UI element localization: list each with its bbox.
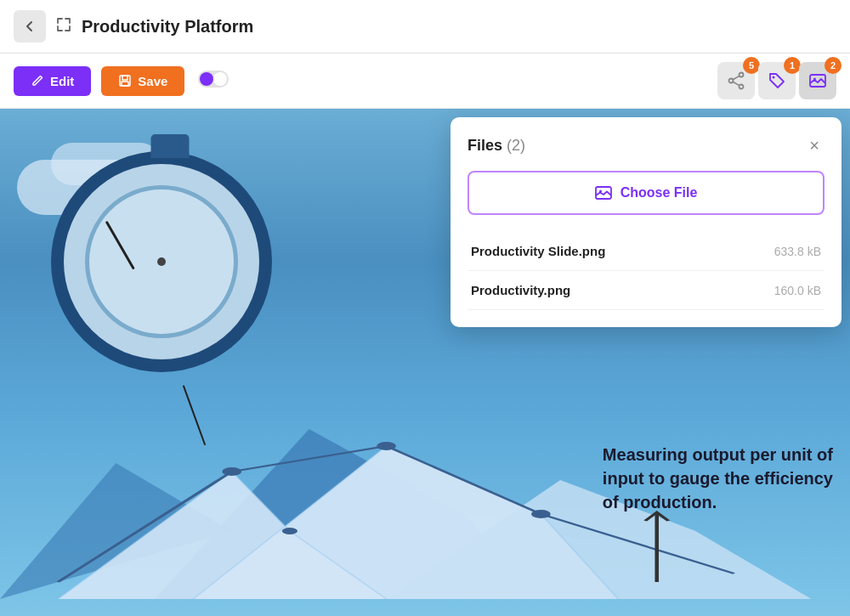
svg-point-11 — [773, 76, 775, 79]
app-container: Productivity Platform Edit Save — [0, 0, 850, 616]
choose-file-button[interactable]: Choose File — [468, 171, 824, 215]
image-button[interactable]: 2 — [799, 62, 836, 99]
close-button[interactable]: × — [804, 134, 824, 157]
file-name-2: Productivity.png — [471, 283, 570, 297]
toolbar-right: 5 1 2 — [717, 62, 836, 99]
clock-knob — [151, 134, 190, 158]
image-badge: 2 — [824, 57, 842, 74]
svg-point-22 — [282, 528, 298, 534]
edit-button[interactable]: Edit — [14, 66, 91, 96]
share-badge: 5 — [743, 57, 760, 74]
tag-badge: 1 — [784, 57, 801, 74]
clock-center — [157, 257, 166, 266]
svg-point-7 — [740, 85, 744, 89]
svg-point-4 — [200, 72, 213, 86]
slide-text-area: Measuring output per unit of input to ga… — [603, 443, 833, 514]
clock-hour-hand — [105, 221, 135, 270]
svg-rect-1 — [122, 76, 128, 80]
svg-line-10 — [733, 82, 740, 85]
tag-button[interactable]: 1 — [758, 62, 796, 99]
file-item-2: Productivity.png 160.0 kB — [468, 271, 824, 310]
svg-rect-2 — [122, 82, 128, 86]
save-button[interactable]: Save — [101, 66, 184, 96]
files-popup: Files (2) × Choose File Productivity Sli… — [450, 117, 842, 327]
clock-inner — [85, 185, 238, 338]
svg-point-5 — [213, 72, 227, 86]
file-size-1: 633.8 kB — [774, 245, 821, 258]
toggle-icon[interactable] — [198, 69, 229, 93]
svg-point-8 — [729, 79, 734, 83]
clock-face — [64, 164, 259, 359]
clock-outer — [51, 151, 272, 372]
file-size-2: 160.0 kB — [774, 284, 821, 297]
edit-icon — [31, 74, 44, 88]
svg-line-9 — [733, 76, 740, 79]
file-list: Productivity Slide.png 633.8 kB Producti… — [468, 232, 824, 310]
save-icon — [118, 74, 132, 88]
popup-header: Files (2) × — [468, 134, 824, 157]
image-icon — [808, 71, 827, 90]
share-icon — [727, 71, 745, 90]
expand-icon[interactable] — [56, 17, 71, 37]
popup-title: Files (2) — [468, 137, 525, 155]
image-add-icon — [595, 184, 612, 201]
toolbar: Edit Save — [0, 54, 850, 109]
svg-point-6 — [740, 73, 744, 77]
share-button[interactable]: 5 — [717, 62, 755, 99]
back-button[interactable] — [14, 10, 46, 42]
main-content: Measuring output per unit of input to ga… — [0, 109, 850, 616]
page-title: Productivity Platform — [82, 17, 836, 37]
file-name-1: Productivity Slide.png — [471, 244, 605, 258]
file-item-1: Productivity Slide.png 633.8 kB — [468, 232, 824, 271]
header: Productivity Platform — [0, 0, 850, 54]
tag-icon — [768, 71, 786, 90]
back-icon — [23, 20, 37, 33]
